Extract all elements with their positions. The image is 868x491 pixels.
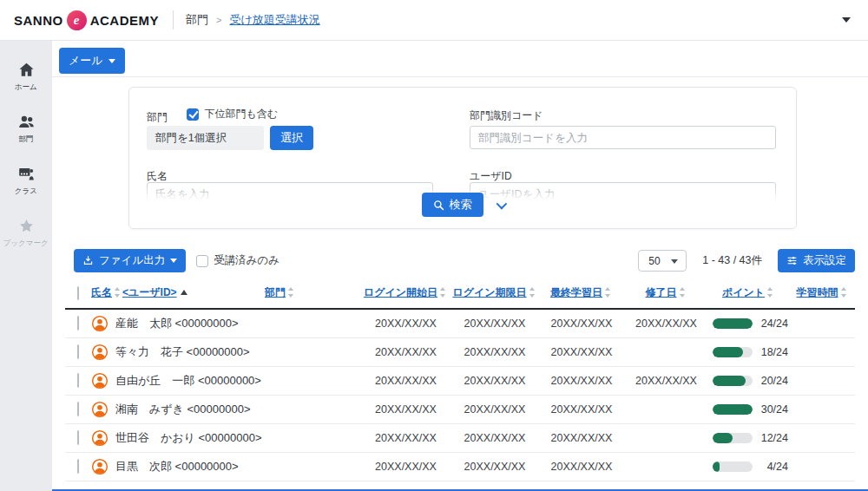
- user-avatar-icon: [91, 372, 108, 390]
- include-sub-dept-checkbox[interactable]: [187, 108, 199, 121]
- table-row[interactable]: 産能 太郎 <00000000> 20XX/XX/XX 20XX/XX/XX 2…: [65, 309, 855, 337]
- table-row[interactable]: 世田谷 かおり <00000000> 20XX/XX/XX 20XX/XX/XX…: [65, 423, 855, 452]
- row-checkbox[interactable]: [77, 316, 79, 331]
- account-menu-caret-icon[interactable]: [842, 17, 851, 23]
- sidebar-item-class[interactable]: クラス: [0, 154, 52, 206]
- file-export-button[interactable]: ファイル出力: [74, 249, 186, 272]
- completion-date: 20XX/XX/XX: [635, 318, 697, 330]
- sliders-icon: [786, 255, 798, 266]
- sort-dept-link[interactable]: 部門: [265, 286, 286, 298]
- user-name: 産能 太郎 <00000000>: [115, 316, 239, 331]
- table-header-row: 氏名<ユーザID> 部門 ログイン開始日 ログイン期限日 最終学習日 修了日 ポ…: [65, 278, 855, 309]
- download-icon: [82, 255, 94, 266]
- points-value: 18/24: [759, 346, 788, 358]
- sort-icon: [114, 287, 121, 298]
- caret-down-icon: [170, 259, 177, 263]
- user-name: 世田谷 かおり <00000000>: [115, 430, 262, 446]
- sidebar-item-bookmark[interactable]: ブックマーク: [0, 206, 52, 259]
- sort-completion-link[interactable]: 修了日: [646, 286, 677, 298]
- mail-button[interactable]: メール: [59, 48, 125, 74]
- logo-text-academy: ACADEMY: [90, 13, 159, 28]
- dept-code-input[interactable]: [470, 126, 776, 149]
- points-value: 24/24: [759, 318, 788, 330]
- select-all-checkbox[interactable]: [77, 286, 79, 300]
- expand-form-chevron-icon[interactable]: [496, 198, 507, 209]
- sort-icon: [604, 287, 611, 298]
- sort-icon: [287, 287, 294, 298]
- last-study-date: 20XX/XX/XX: [551, 403, 613, 416]
- header-divider: [173, 10, 174, 29]
- sort-login-end-link[interactable]: ログイン期限日: [452, 286, 526, 298]
- sort-points-link[interactable]: ポイント: [722, 286, 765, 298]
- points-progress-bar: [713, 318, 753, 329]
- home-icon: [17, 61, 36, 79]
- sidebar-item-department[interactable]: 部門: [0, 102, 52, 154]
- row-checkbox[interactable]: [77, 344, 79, 359]
- user-avatar-icon: [91, 315, 108, 332]
- sort-icon: [766, 287, 773, 298]
- sort-login-start-link[interactable]: ログイン開始日: [364, 286, 437, 298]
- top-header: SANNO e ACADEMY 部門 > 受け放題受講状況: [0, 0, 868, 41]
- logo[interactable]: SANNO e ACADEMY: [14, 10, 159, 30]
- display-settings-button[interactable]: 表示設定: [778, 249, 855, 272]
- completion-date: 20XX/XX/XX: [635, 375, 697, 387]
- points-progress-bar: [713, 462, 753, 472]
- table-row[interactable]: 等々力 花子 <00000000> 20XX/XX/XX 20XX/XX/XX …: [65, 337, 855, 366]
- points-progress-bar: [713, 376, 753, 386]
- row-checkbox[interactable]: [77, 459, 79, 474]
- search-icon: [433, 200, 444, 211]
- attended-only-label: 受講済みのみ: [214, 253, 279, 268]
- login-end-date: 20XX/XX/XX: [464, 318, 526, 330]
- star-icon: [17, 217, 36, 235]
- search-button[interactable]: 検索: [422, 193, 483, 217]
- row-checkbox[interactable]: [77, 402, 79, 416]
- sort-name-link[interactable]: 氏名: [91, 286, 112, 298]
- breadcrumb-separator: >: [216, 15, 221, 25]
- login-end-date: 20XX/XX/XX: [464, 461, 526, 473]
- sort-icon: [529, 287, 536, 298]
- last-study-date: 20XX/XX/XX: [551, 346, 613, 358]
- caret-down-icon: [108, 59, 115, 63]
- sort-last-study-link[interactable]: 最終学習日: [550, 286, 602, 298]
- login-end-date: 20XX/XX/XX: [464, 432, 526, 444]
- points-progress-bar: [713, 433, 753, 443]
- table-row[interactable]: 湘南 みずき <00000000> 20XX/XX/XX 20XX/XX/XX …: [65, 395, 855, 423]
- table-row[interactable]: 目黒 次郎 <00000000> 20XX/XX/XX 20XX/XX/XX 2…: [65, 452, 855, 481]
- row-checkbox[interactable]: [77, 430, 79, 445]
- points-value: 30/24: [759, 403, 788, 416]
- sort-study-time-link[interactable]: 学習時間: [797, 286, 838, 298]
- sidebar-label-department: 部門: [18, 134, 33, 144]
- dept-selected-display: 部門を1個選択: [147, 126, 264, 150]
- results-table: 氏名<ユーザID> 部門 ログイン開始日 ログイン期限日 最終学習日 修了日 ポ…: [65, 278, 855, 481]
- sidebar-label-bookmark: ブックマーク: [3, 238, 49, 248]
- search-button-label: 検索: [450, 197, 472, 213]
- login-start-date: 20XX/XX/XX: [375, 318, 437, 330]
- dept-select-button[interactable]: 選択: [270, 126, 313, 150]
- row-checkbox[interactable]: [77, 373, 79, 388]
- result-range-text: 1 - 43 / 43件: [702, 253, 762, 268]
- sidebar-item-home[interactable]: ホーム: [0, 50, 52, 102]
- login-start-date: 20XX/XX/XX: [375, 461, 437, 473]
- points-value: 20/24: [759, 375, 788, 387]
- table-row[interactable]: 自由が丘 一郎 <00000000> 20XX/XX/XX 20XX/XX/XX…: [65, 366, 855, 395]
- login-start-date: 20XX/XX/XX: [375, 403, 437, 416]
- logo-e-icon: e: [67, 10, 87, 30]
- breadcrumb-section: 部門: [186, 12, 208, 28]
- user-name: 湘南 みずき <00000000>: [115, 402, 251, 417]
- user-id-label: ユーザID: [470, 170, 512, 182]
- attended-only-checkbox[interactable]: [196, 255, 208, 267]
- dept-code-label: 部門識別コード: [470, 109, 543, 121]
- user-avatar-icon: [91, 401, 108, 418]
- login-end-date: 20XX/XX/XX: [464, 375, 526, 387]
- breadcrumb-current-link[interactable]: 受け放題受講状況: [229, 12, 319, 28]
- sort-user-id-link[interactable]: <ユーザID>: [122, 286, 177, 298]
- sidebar: ホーム 部門 クラス ブックマーク: [0, 41, 52, 491]
- user-name: 等々力 花子 <00000000>: [115, 344, 250, 360]
- sort-icon: [679, 287, 686, 298]
- login-start-date: 20XX/XX/XX: [375, 375, 437, 387]
- page-size-select[interactable]: 50: [638, 250, 687, 272]
- mail-toolbar: メール: [52, 41, 868, 77]
- breadcrumb: 部門 > 受け放題受講状況: [186, 12, 320, 28]
- search-form-card: 部門 下位部門も含む 部門識別コード 部門を1個選択 選択: [128, 87, 797, 229]
- last-study-date: 20XX/XX/XX: [551, 318, 613, 330]
